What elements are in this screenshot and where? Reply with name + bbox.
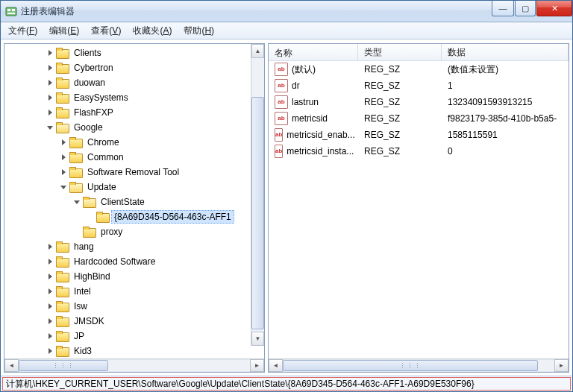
value-row[interactable]: ablastrunREG_SZ13234091593913215 (269, 94, 569, 110)
expand-icon[interactable] (58, 137, 69, 148)
tree-item[interactable]: Software Removal Tool (4, 165, 264, 180)
tree-item[interactable]: Intel (4, 284, 264, 299)
vscroll-thumb[interactable] (251, 97, 264, 329)
tree-item[interactable]: EasySystems (4, 90, 264, 105)
expand-icon[interactable] (45, 256, 55, 267)
minimize-button[interactable]: — (492, 1, 514, 16)
tree-item-label: JP (71, 329, 87, 343)
menu-a[interactable]: 收藏夹(A) (127, 23, 178, 39)
hscroll-track[interactable]: ⋮⋮⋮ (19, 359, 250, 372)
tree-item-label: EasySystems (71, 91, 131, 104)
tree-item[interactable]: Clients (4, 45, 264, 60)
values-hscrollbar[interactable]: ◄ ⋮⋮⋮ ► (269, 358, 569, 372)
collapse-icon[interactable] (58, 182, 69, 192)
statusbar: 计算机\HKEY_CURRENT_USER\Software\Google\Up… (1, 376, 572, 391)
value-data: 0 (442, 146, 569, 157)
collapse-icon[interactable] (72, 197, 82, 207)
menu-e[interactable]: 编辑(E) (43, 23, 85, 39)
close-button[interactable]: ✕ (536, 1, 572, 16)
menu-h[interactable]: 帮助(H) (178, 23, 220, 39)
folder-icon (56, 122, 68, 133)
value-row[interactable]: abdrREG_SZ1 (269, 78, 569, 94)
tree-item[interactable]: Isw (4, 299, 264, 314)
scroll-up-button[interactable]: ▲ (251, 44, 264, 58)
menu-f[interactable]: 文件(F) (2, 23, 43, 39)
tree-item[interactable]: Google (4, 120, 264, 135)
tree-hscrollbar[interactable]: ◄ ⋮⋮⋮ ► (4, 358, 264, 372)
tree-item[interactable]: hang (4, 239, 264, 254)
expand-icon[interactable] (45, 78, 55, 88)
expand-icon[interactable] (45, 107, 55, 118)
grip-icon: ⋮⋮⋮ (399, 362, 422, 370)
scroll-right-button[interactable]: ► (250, 359, 264, 372)
vscroll-track[interactable] (251, 58, 264, 332)
expand-icon[interactable] (45, 316, 55, 326)
expand-icon[interactable] (45, 48, 55, 58)
string-value-icon: ab (275, 145, 283, 158)
value-type: REG_SZ (358, 64, 442, 75)
hscroll-track[interactable]: ⋮⋮⋮ (283, 359, 554, 372)
value-row[interactable]: abmetricsidREG_SZf9823179-385d-410b-b5a5… (269, 110, 569, 127)
tree-item[interactable]: HighBind (4, 269, 264, 284)
down-arrow-icon: ▼ (255, 335, 261, 342)
expand-icon[interactable] (45, 331, 55, 341)
tree-item-label: Cybertron (71, 61, 116, 75)
folder-icon (56, 316, 68, 326)
string-value-icon: ab (275, 128, 283, 142)
values-listview[interactable]: 名称 类型 数据 ab(默认)REG_SZ(数值未设置)abdrREG_SZ1a… (269, 44, 569, 358)
maximize-button[interactable]: ▢ (515, 1, 536, 16)
window-title: 注册表编辑器 (21, 5, 491, 18)
tree-item-label: Hardcoded Software (71, 255, 158, 268)
tree-item[interactable]: FlashFXP (4, 105, 264, 120)
folder-icon (69, 152, 81, 162)
expand-icon[interactable] (45, 271, 55, 282)
tree-item[interactable]: {8A69D345-D564-463c-AFF1 (4, 209, 264, 224)
tree-item[interactable]: JP (4, 329, 264, 344)
scroll-left-button[interactable]: ◄ (4, 359, 19, 372)
scroll-down-button[interactable]: ▼ (251, 332, 264, 346)
tree-item[interactable]: duowan (4, 75, 264, 90)
folder-icon (56, 92, 68, 103)
tree-item[interactable]: proxy (4, 224, 264, 239)
folder-icon (83, 227, 95, 237)
status-path: 计算机\HKEY_CURRENT_USER\Software\Google\Up… (2, 377, 571, 391)
expand-icon[interactable] (45, 286, 55, 297)
tree-item-label: HighBind (71, 270, 113, 283)
folder-icon (69, 182, 81, 192)
column-type[interactable]: 类型 (358, 44, 442, 60)
expand-icon[interactable] (45, 346, 55, 356)
registry-tree[interactable]: ClientsCybertronduowanEasySystemsFlashFX… (4, 44, 264, 358)
expand-icon[interactable] (45, 301, 55, 312)
tree-item-label: Kid3 (71, 344, 95, 358)
expand-icon[interactable] (45, 92, 55, 103)
titlebar[interactable]: 注册表编辑器 — ▢ ✕ (1, 1, 572, 22)
hscroll-thumb[interactable]: ⋮⋮⋮ (283, 360, 538, 371)
column-name[interactable]: 名称 (269, 44, 358, 60)
expand-icon[interactable] (45, 63, 55, 73)
value-name: metricsid_enab... (286, 130, 354, 140)
menu-v[interactable]: 查看(V) (85, 23, 127, 39)
collapse-icon[interactable] (45, 122, 55, 133)
value-row[interactable]: abmetricsid_enab...REG_SZ1585115591 (269, 127, 569, 143)
tree-item[interactable]: Kid3 (4, 344, 264, 358)
tree-item[interactable]: Common (4, 150, 264, 165)
tree-item[interactable]: Chrome (4, 135, 264, 150)
expand-icon[interactable] (58, 152, 69, 162)
tree-vscrollbar[interactable]: ▲ ▼ (251, 44, 264, 346)
scroll-right-button[interactable]: ► (554, 359, 569, 372)
tree-item[interactable]: Hardcoded Software (4, 254, 264, 269)
value-data: f9823179-385d-410b-b5a5- (442, 113, 569, 124)
value-row[interactable]: abmetricsid_insta...REG_SZ0 (269, 143, 569, 159)
tree-item-label: ClientState (98, 195, 148, 209)
tree-item[interactable]: JMSDK (4, 314, 264, 329)
expand-icon[interactable] (45, 241, 55, 252)
tree-item-label: duowan (71, 76, 108, 89)
hscroll-thumb[interactable]: ⋮⋮⋮ (19, 360, 108, 371)
tree-item[interactable]: ClientState (4, 195, 264, 209)
value-row[interactable]: ab(默认)REG_SZ(数值未设置) (269, 61, 569, 78)
tree-item[interactable]: Cybertron (4, 60, 264, 75)
scroll-left-button[interactable]: ◄ (269, 359, 283, 372)
tree-item[interactable]: Update (4, 180, 264, 195)
expand-icon[interactable] (58, 167, 69, 177)
column-data[interactable]: 数据 (442, 44, 569, 60)
